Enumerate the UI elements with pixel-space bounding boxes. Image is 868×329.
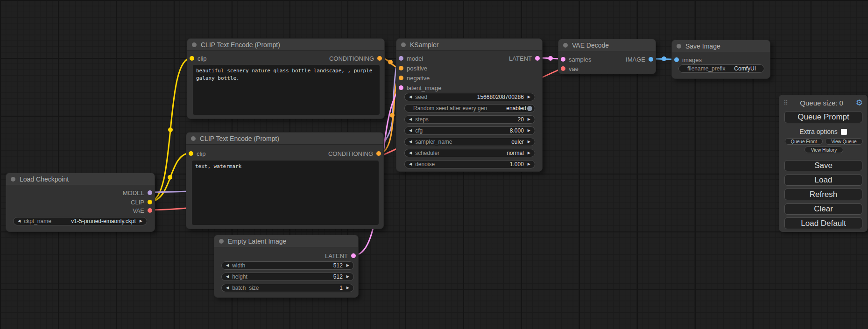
node-title-bar[interactable]: VAE Decode — [558, 39, 656, 51]
denoise-widget[interactable]: ◀ denoise 1.000 ▶ — [404, 160, 535, 168]
input-slot-negative[interactable]: negative — [399, 73, 430, 83]
clip-slot-icon[interactable] — [189, 151, 193, 156]
collapse-dot-icon[interactable] — [401, 42, 406, 47]
batch-size-widget[interactable]: ◀ batch_size 1 ▶ — [221, 284, 354, 292]
collapse-dot-icon[interactable] — [563, 43, 568, 48]
width-widget[interactable]: ◀ width 512 ▶ — [221, 261, 354, 270]
view-queue-button[interactable]: View Queue — [825, 138, 863, 145]
right-arrow-icon[interactable]: ▶ — [140, 219, 142, 223]
left-arrow-icon[interactable]: ◀ — [409, 95, 412, 99]
scheduler-widget[interactable]: ◀ scheduler normal ▶ — [404, 149, 535, 157]
right-arrow-icon[interactable]: ▶ — [528, 162, 530, 166]
conditioning-slot-icon[interactable] — [399, 76, 403, 80]
left-arrow-icon[interactable]: ◀ — [18, 219, 21, 223]
left-arrow-icon[interactable]: ◀ — [226, 275, 229, 279]
clip-slot-icon[interactable] — [148, 200, 152, 204]
right-arrow-icon[interactable]: ▶ — [528, 129, 530, 133]
latent-slot-icon[interactable] — [399, 85, 403, 90]
load-button[interactable]: Load — [784, 175, 862, 186]
seed-widget[interactable]: ◀ seed 156680208700286 ▶ — [404, 93, 535, 101]
node-title-bar[interactable]: CLIP Text Encode (Prompt) — [186, 133, 383, 145]
right-arrow-icon[interactable]: ▶ — [346, 275, 349, 279]
node-title-bar[interactable]: KSampler — [396, 39, 542, 51]
right-arrow-icon[interactable]: ▶ — [528, 151, 530, 155]
latent-slot-icon[interactable] — [561, 57, 565, 62]
view-history-button[interactable]: View History — [804, 147, 843, 153]
clip-slot-icon[interactable] — [190, 56, 194, 61]
output-slot-latent[interactable]: LATENT — [325, 251, 356, 260]
vae-slot-icon[interactable] — [561, 66, 565, 71]
node-clip-text-encode-positive[interactable]: CLIP Text Encode (Prompt) clip CONDITION… — [187, 38, 385, 119]
conditioning-slot-icon[interactable] — [399, 66, 403, 70]
output-slot-clip[interactable]: CLIP — [131, 197, 152, 207]
load-default-button[interactable]: Load Default — [784, 217, 862, 229]
left-arrow-icon[interactable]: ◀ — [409, 151, 412, 155]
right-arrow-icon[interactable]: ▶ — [346, 286, 349, 290]
collapse-dot-icon[interactable] — [11, 177, 15, 182]
comfyui-canvas[interactable]: { "colors": { "model": "#B39DDB", "clip"… — [0, 0, 868, 329]
node-empty-latent-image[interactable]: Empty Latent Image LATENT ◀ width 512 ▶ … — [214, 235, 359, 298]
latent-slot-icon[interactable] — [535, 56, 540, 61]
input-slot-latent-image[interactable]: latent_image — [399, 83, 441, 92]
right-arrow-icon[interactable]: ▶ — [528, 95, 530, 99]
node-load-checkpoint[interactable]: Load Checkpoint MODEL CLIP VAE ◀ ckpt_na… — [6, 173, 155, 232]
toggle-knob-icon[interactable] — [527, 106, 532, 111]
output-slot-conditioning[interactable]: CONDITIONING — [329, 54, 382, 63]
conditioning-slot-icon[interactable] — [377, 56, 382, 61]
node-title-bar[interactable]: CLIP Text Encode (Prompt) — [187, 39, 384, 51]
cfg-widget[interactable]: ◀ cfg 8.000 ▶ — [404, 126, 535, 135]
prompt-textarea[interactable]: text, watermark — [192, 161, 379, 225]
steps-widget[interactable]: ◀ steps 20 ▶ — [404, 115, 535, 124]
gear-icon[interactable]: ⚙ — [856, 99, 863, 107]
save-button[interactable]: Save — [784, 160, 862, 171]
node-ksampler[interactable]: KSampler model LATENT positive negative … — [396, 38, 543, 172]
latent-slot-icon[interactable] — [351, 253, 356, 258]
ckpt-name-widget[interactable]: ◀ ckpt_name v1-5-pruned-emaonly.ckpt ▶ — [13, 217, 147, 225]
left-arrow-icon[interactable]: ◀ — [409, 129, 412, 133]
output-slot-conditioning[interactable]: CONDITIONING — [328, 149, 381, 158]
left-arrow-icon[interactable]: ◀ — [226, 264, 229, 267]
output-slot-vae[interactable]: VAE — [133, 206, 152, 215]
collapse-dot-icon[interactable] — [219, 239, 224, 244]
left-arrow-icon[interactable]: ◀ — [409, 162, 412, 166]
node-title-bar[interactable]: Empty Latent Image — [214, 235, 358, 247]
image-slot-icon[interactable] — [649, 57, 653, 62]
vae-slot-icon[interactable] — [148, 208, 152, 213]
node-save-image[interactable]: Save Image images filename_prefix ComfyU… — [671, 40, 770, 79]
input-slot-model[interactable]: model — [399, 54, 423, 63]
node-title-bar[interactable]: Save Image — [672, 40, 770, 52]
height-widget[interactable]: ◀ height 512 ▶ — [221, 273, 354, 281]
image-slot-icon[interactable] — [674, 57, 679, 62]
right-arrow-icon[interactable]: ▶ — [528, 140, 530, 144]
refresh-button[interactable]: Refresh — [784, 189, 862, 200]
input-slot-clip[interactable]: clip — [190, 54, 207, 63]
extra-options-checkbox[interactable] — [841, 129, 847, 135]
conditioning-slot-icon[interactable] — [376, 151, 381, 156]
right-arrow-icon[interactable]: ▶ — [346, 264, 349, 267]
left-arrow-icon[interactable]: ◀ — [409, 140, 412, 144]
queue-front-button[interactable]: Queue Front — [785, 138, 823, 145]
node-title-bar[interactable]: Load Checkpoint — [6, 173, 155, 185]
collapse-dot-icon[interactable] — [677, 44, 681, 49]
prompt-textarea[interactable]: beautiful scenery nature glass bottle la… — [193, 65, 380, 115]
output-slot-latent[interactable]: LATENT — [509, 54, 540, 63]
left-arrow-icon[interactable]: ◀ — [409, 118, 412, 121]
left-arrow-icon[interactable]: ◀ — [226, 286, 229, 290]
clear-button[interactable]: Clear — [784, 203, 862, 215]
input-slot-samples[interactable]: samples — [561, 55, 591, 64]
input-slot-vae[interactable]: vae — [561, 64, 579, 73]
random-seed-toggle[interactable]: Random seed after every gen enabled — [404, 104, 535, 112]
node-clip-text-encode-negative[interactable]: CLIP Text Encode (Prompt) clip CONDITION… — [186, 132, 384, 229]
sampler-name-widget[interactable]: ◀ sampler_name euler ▶ — [404, 138, 535, 146]
filename-prefix-widget[interactable]: filename_prefix ComfyUI — [678, 64, 764, 73]
model-slot-icon[interactable] — [148, 190, 152, 195]
queue-prompt-button[interactable]: Queue Prompt — [784, 111, 862, 123]
input-slot-positive[interactable]: positive — [399, 63, 427, 73]
right-arrow-icon[interactable]: ▶ — [528, 118, 530, 121]
input-slot-clip[interactable]: clip — [189, 149, 206, 158]
input-slot-images[interactable]: images — [674, 55, 702, 64]
node-vae-decode[interactable]: VAE Decode samples IMAGE vae — [558, 39, 656, 74]
output-slot-model[interactable]: MODEL — [123, 188, 152, 197]
output-slot-image[interactable]: IMAGE — [626, 55, 653, 64]
model-slot-icon[interactable] — [399, 56, 403, 61]
